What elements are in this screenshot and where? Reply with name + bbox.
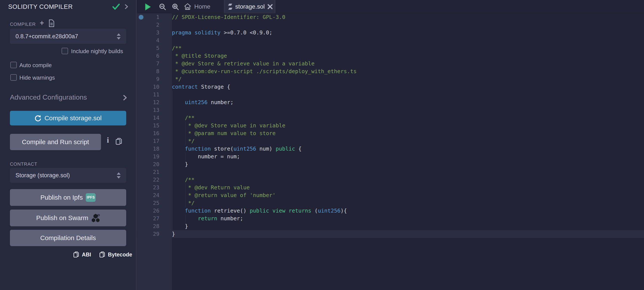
- breakpoint-dot-icon[interactable]: [139, 15, 144, 19]
- advanced-configurations-chevron-icon[interactable]: [122, 95, 128, 101]
- code-line[interactable]: 8 * @custom:dev-run-script ./scripts/dep…: [137, 67, 644, 75]
- code-line[interactable]: 2: [137, 21, 644, 29]
- gutter-cell[interactable]: 22: [137, 176, 172, 184]
- run-script-play-icon[interactable]: [144, 3, 152, 11]
- code-line[interactable]: 23 * @dev Return value: [137, 184, 644, 192]
- code-line[interactable]: 27 return number;: [137, 215, 644, 223]
- gutter-cell[interactable]: 14: [137, 114, 172, 122]
- code-line[interactable]: 10contract Storage {: [137, 83, 644, 91]
- gutter-cell[interactable]: 9: [137, 75, 172, 83]
- gutter-cell[interactable]: 6: [137, 52, 172, 60]
- gutter-cell[interactable]: 24: [137, 192, 172, 199]
- abi-button[interactable]: ABI: [82, 252, 91, 258]
- include-nightly-checkbox[interactable]: [62, 48, 68, 54]
- code-line[interactable]: 1// SPDX-License-Identifier: GPL-3.0: [137, 13, 644, 21]
- code-line[interactable]: 9 */: [137, 75, 644, 83]
- code-line-content: pragma solidity >=0.7.0 <0.9.0;: [172, 29, 644, 36]
- add-compiler-icon[interactable]: +: [40, 18, 44, 27]
- gutter-cell[interactable]: 13: [137, 106, 172, 114]
- code-line[interactable]: 4: [137, 36, 644, 44]
- code-line[interactable]: 3pragma solidity >=0.7.0 <0.9.0;: [137, 29, 644, 36]
- panel-collapse-chevron-icon[interactable]: [124, 4, 129, 9]
- gutter-cell[interactable]: 26: [137, 207, 172, 215]
- gutter-cell[interactable]: 18: [137, 145, 172, 153]
- info-icon[interactable]: i: [107, 136, 109, 145]
- gutter-cell[interactable]: 28: [137, 223, 172, 230]
- code-line[interactable]: 20 }: [137, 161, 644, 168]
- gutter-cell[interactable]: 20: [137, 161, 172, 168]
- code-line[interactable]: 21: [137, 168, 644, 176]
- tab-storage-sol[interactable]: storage.sol: [224, 0, 275, 13]
- code-line[interactable]: 15 * @dev Store value in variable: [137, 122, 644, 129]
- zoom-out-icon[interactable]: [159, 3, 166, 10]
- gutter-cell[interactable]: 12: [137, 98, 172, 106]
- code-line[interactable]: 6 * @title Storage: [137, 52, 644, 60]
- publish-ipfs-button[interactable]: Publish on Ipfs IPFS: [10, 189, 126, 206]
- indent-guide: [172, 223, 172, 230]
- gutter-cell[interactable]: 16: [137, 129, 172, 137]
- code-line[interactable]: 28 }: [137, 223, 644, 230]
- tab-home[interactable]: Home: [181, 0, 214, 13]
- bytecode-button[interactable]: Bytecode: [108, 252, 132, 258]
- hide-warnings-label[interactable]: Hide warnings: [20, 74, 55, 81]
- compilation-details-button[interactable]: Compilation Details: [10, 230, 126, 246]
- code-area[interactable]: 1// SPDX-License-Identifier: GPL-3.023pr…: [137, 13, 644, 238]
- compile-button[interactable]: Compile storage.sol: [10, 111, 126, 125]
- close-tab-icon[interactable]: [267, 4, 273, 9]
- gutter-cell[interactable]: 3: [137, 29, 172, 36]
- code-line[interactable]: 24 * @return value of 'number': [137, 192, 644, 199]
- gutter-cell[interactable]: 29: [137, 230, 172, 238]
- gutter-cell[interactable]: 21: [137, 168, 172, 176]
- gutter-cell[interactable]: 5: [137, 44, 172, 52]
- gutter-cell[interactable]: 11: [137, 91, 172, 98]
- gutter-cell[interactable]: 2: [137, 21, 172, 29]
- code-line[interactable]: 16 * @param num value to store: [137, 129, 644, 137]
- gutter-cell[interactable]: 25: [137, 199, 172, 207]
- gutter-cell[interactable]: 7: [137, 60, 172, 67]
- code-line[interactable]: 17 */: [137, 137, 644, 145]
- gutter-cell[interactable]: 19: [137, 153, 172, 161]
- gutter-cell[interactable]: 27: [137, 215, 172, 223]
- code-line[interactable]: 26 function retrieve() public view retur…: [137, 207, 644, 215]
- gutter-cell[interactable]: 4: [137, 36, 172, 44]
- compile-and-run-button[interactable]: Compile and Run script: [10, 134, 101, 150]
- auto-compile-checkbox[interactable]: [10, 62, 17, 68]
- contract-select[interactable]: Storage (storage.sol): [10, 168, 126, 183]
- indent-guide: [172, 215, 172, 223]
- advanced-configurations-header[interactable]: Advanced Configurations: [10, 93, 87, 101]
- compiler-doc-icon[interactable]: [48, 19, 55, 27]
- code-line[interactable]: 18 function store(uint256 num) public {: [137, 145, 644, 153]
- copy-bytecode-icon[interactable]: [99, 251, 105, 258]
- compiler-section-label: COMPILER: [10, 21, 36, 27]
- auto-compile-label[interactable]: Auto compile: [20, 62, 52, 68]
- copy-abi-icon[interactable]: [73, 251, 79, 258]
- code-line[interactable]: 5/**: [137, 44, 644, 52]
- code-line[interactable]: 14 /**: [137, 114, 644, 122]
- code-line[interactable]: 19 number = num;: [137, 153, 644, 161]
- zoom-in-icon[interactable]: [172, 3, 179, 10]
- line-number: 14: [153, 114, 160, 122]
- code-token: public: [276, 146, 295, 152]
- compiler-version-value: 0.8.7+commit.e28d00a7: [16, 33, 78, 40]
- code-line[interactable]: 25 */: [137, 199, 644, 207]
- code-line[interactable]: 29}: [137, 230, 644, 238]
- line-number: 2: [156, 21, 160, 29]
- code-line[interactable]: 13: [137, 106, 644, 114]
- hide-warnings-checkbox[interactable]: [10, 74, 17, 81]
- code-line[interactable]: 22 /**: [137, 176, 644, 184]
- include-nightly-label[interactable]: Include nightly builds: [71, 48, 123, 54]
- code-token: * @return value of 'number': [172, 192, 276, 198]
- compiler-version-select[interactable]: 0.8.7+commit.e28d00a7: [10, 29, 126, 44]
- copy-script-icon[interactable]: [116, 138, 122, 145]
- code-line-content: [172, 168, 644, 176]
- gutter-cell[interactable]: 23: [137, 184, 172, 192]
- code-line[interactable]: 7 * @dev Store & retrieve value in a var…: [137, 60, 644, 67]
- gutter-cell[interactable]: 15: [137, 122, 172, 129]
- gutter-cell[interactable]: 10: [137, 83, 172, 91]
- gutter-cell[interactable]: 1: [137, 13, 172, 21]
- publish-swarm-button[interactable]: Publish on Swarm: [10, 210, 126, 226]
- code-line[interactable]: 12 uint256 number;: [137, 98, 644, 106]
- code-line[interactable]: 11: [137, 91, 644, 98]
- gutter-cell[interactable]: 17: [137, 137, 172, 145]
- gutter-cell[interactable]: 8: [137, 67, 172, 75]
